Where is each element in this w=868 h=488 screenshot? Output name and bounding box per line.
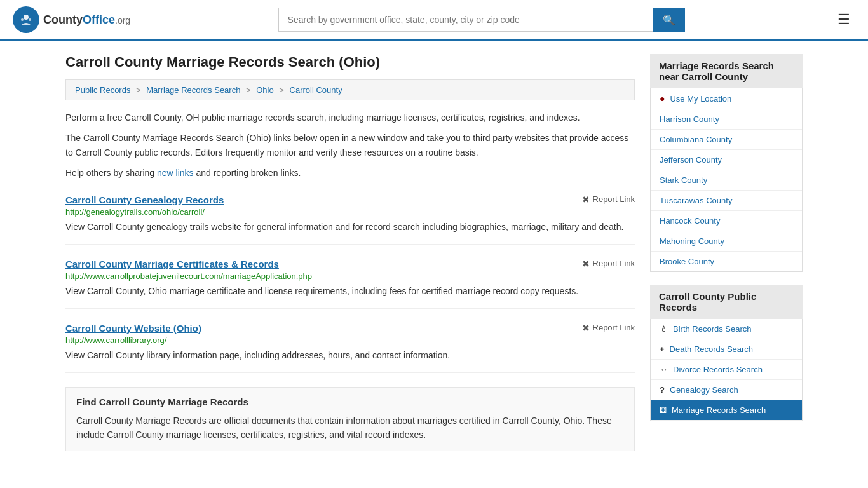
public-record-marriage[interactable]: ⚅ Marriage Records Search xyxy=(651,400,802,421)
scissors-icon-1: ✖ xyxy=(582,194,590,205)
record-title-1[interactable]: Carroll County Genealogy Records xyxy=(65,194,224,205)
site-header: CountyOffice.org 🔍 ☰ xyxy=(0,0,868,41)
search-button[interactable]: 🔍 xyxy=(653,8,685,32)
divorce-icon: ↔ xyxy=(660,365,668,374)
breadcrumb-sep-2: > xyxy=(246,85,251,95)
report-link-label-1: Report Link xyxy=(593,194,635,204)
report-link-3[interactable]: ✖ Report Link xyxy=(582,323,635,333)
location-icon: ● xyxy=(660,93,665,104)
record-title-3[interactable]: Carroll County Website (Ohio) xyxy=(65,323,201,334)
public-records-list: 🕯 Birth Records Search + Death Records S… xyxy=(650,319,803,421)
nearby-county-6-link[interactable]: Hancock County xyxy=(660,216,720,226)
record-desc-2: View Carroll County, Ohio marriage certi… xyxy=(65,285,635,298)
nearby-county-1-link[interactable]: Harrison County xyxy=(660,114,719,124)
breadcrumb-sep-3: > xyxy=(279,85,284,95)
nearby-county-8[interactable]: Brooke County xyxy=(651,252,802,271)
svg-point-3 xyxy=(29,18,31,21)
record-desc-1: View Carroll County genealogy trails web… xyxy=(65,220,635,234)
new-links-link[interactable]: new links xyxy=(157,168,194,178)
nearby-heading: Marriage Records Search near Carroll Cou… xyxy=(650,54,803,88)
scissors-icon-3: ✖ xyxy=(582,323,590,333)
death-icon: + xyxy=(660,344,665,354)
record-entry-2: Carroll County Marriage Certificates & R… xyxy=(65,259,635,309)
report-link-1[interactable]: ✖ Report Link xyxy=(582,194,635,205)
nearby-county-3-link[interactable]: Jefferson County xyxy=(660,155,722,165)
record-url-2[interactable]: http://www.carrollprobatejuvenilecourt.c… xyxy=(65,271,635,281)
genealogy-icon: ? xyxy=(660,385,665,395)
marriage-icon: ⚅ xyxy=(660,405,667,415)
record-entry-3: Carroll County Website (Ohio) ✖ Report L… xyxy=(65,323,635,373)
search-input[interactable] xyxy=(278,8,653,32)
record-entry-1: Carroll County Genealogy Records ✖ Repor… xyxy=(65,194,635,245)
find-section-text: Carroll County Marriage Records are offi… xyxy=(76,414,624,442)
nearby-county-2[interactable]: Columbiana County xyxy=(651,130,802,150)
public-record-divorce[interactable]: ↔ Divorce Records Search xyxy=(651,360,802,380)
main-container: Carroll County Marriage Records Search (… xyxy=(53,41,815,464)
record-header-2: Carroll County Marriage Certificates & R… xyxy=(65,259,635,269)
marriage-records-search-link[interactable]: Marriage Records Search xyxy=(672,405,766,415)
svg-point-2 xyxy=(21,18,24,21)
search-area: 🔍 xyxy=(278,8,685,32)
genealogy-search-link[interactable]: Genealogy Search xyxy=(670,385,738,395)
page-title: Carroll County Marriage Records Search (… xyxy=(65,54,635,71)
nearby-county-4[interactable]: Stark County xyxy=(651,170,802,191)
sidebar: Marriage Records Search near Carroll Cou… xyxy=(650,54,803,451)
nearby-county-1[interactable]: Harrison County xyxy=(651,109,802,130)
nearby-county-4-link[interactable]: Stark County xyxy=(660,175,707,185)
nearby-county-2-link[interactable]: Columbiana County xyxy=(660,135,732,144)
breadcrumb-ohio[interactable]: Ohio xyxy=(256,85,273,95)
record-desc-3: View Carroll County library information … xyxy=(65,349,635,362)
nearby-county-3[interactable]: Jefferson County xyxy=(651,150,802,170)
nearby-county-5-link[interactable]: Tuscarawas County xyxy=(660,196,732,205)
nearby-list: ● Use My Location Harrison County Columb… xyxy=(650,88,803,272)
breadcrumb: Public Records > Marriage Records Search… xyxy=(65,79,635,100)
public-record-death[interactable]: + Death Records Search xyxy=(651,339,802,360)
divorce-records-link[interactable]: Divorce Records Search xyxy=(673,365,763,374)
record-title-2[interactable]: Carroll County Marriage Certificates & R… xyxy=(65,259,279,269)
description-para3: Help others by sharing new links and rep… xyxy=(65,166,635,180)
death-records-link[interactable]: Death Records Search xyxy=(670,344,754,354)
find-section: Find Carroll County Marriage Records Car… xyxy=(65,387,635,452)
nearby-county-7-link[interactable]: Mahoning County xyxy=(660,236,724,246)
breadcrumb-marriage-records[interactable]: Marriage Records Search xyxy=(146,85,240,95)
use-location-item[interactable]: ● Use My Location xyxy=(651,88,802,109)
breadcrumb-sep-1: > xyxy=(136,85,141,95)
logo-text: CountyOffice.org xyxy=(43,13,130,27)
report-link-label-2: Report Link xyxy=(593,259,635,268)
public-record-genealogy[interactable]: ? Genealogy Search xyxy=(651,380,802,400)
report-link-label-3: Report Link xyxy=(593,323,635,332)
public-records-section: Carroll County Public Records 🕯 Birth Re… xyxy=(650,285,803,421)
use-location-link[interactable]: Use My Location xyxy=(670,94,731,104)
nearby-county-7[interactable]: Mahoning County xyxy=(651,231,802,252)
breadcrumb-carroll-county[interactable]: Carroll County xyxy=(290,85,342,95)
menu-button[interactable]: ☰ xyxy=(832,9,855,30)
public-record-birth[interactable]: 🕯 Birth Records Search xyxy=(651,319,802,339)
logo-icon xyxy=(13,6,39,33)
nearby-section: Marriage Records Search near Carroll Cou… xyxy=(650,54,803,272)
scissors-icon-2: ✖ xyxy=(582,259,590,269)
record-url-3[interactable]: http://www.carrolllibrary.org/ xyxy=(65,336,635,345)
description-para3-suffix: and reporting broken links. xyxy=(194,168,301,178)
report-link-2[interactable]: ✖ Report Link xyxy=(582,259,635,269)
find-section-heading: Find Carroll County Marriage Records xyxy=(76,396,624,407)
record-header-3: Carroll County Website (Ohio) ✖ Report L… xyxy=(65,323,635,334)
description-para1: Perform a free Carroll County, OH public… xyxy=(65,111,635,125)
birth-icon: 🕯 xyxy=(660,324,668,334)
logo: CountyOffice.org xyxy=(13,6,130,33)
record-header-1: Carroll County Genealogy Records ✖ Repor… xyxy=(65,194,635,205)
nearby-county-8-link[interactable]: Brooke County xyxy=(660,257,714,266)
record-url-1[interactable]: http://genealogytrails.com/ohio/carroll/ xyxy=(65,207,635,217)
birth-records-link[interactable]: Birth Records Search xyxy=(673,324,752,334)
svg-point-1 xyxy=(24,15,29,20)
content-area: Carroll County Marriage Records Search (… xyxy=(65,54,635,451)
nearby-county-6[interactable]: Hancock County xyxy=(651,211,802,231)
description-para3-prefix: Help others by sharing xyxy=(65,168,157,178)
description-para2: The Carroll County Marriage Records Sear… xyxy=(65,131,635,159)
breadcrumb-public-records[interactable]: Public Records xyxy=(75,85,130,95)
public-records-heading: Carroll County Public Records xyxy=(650,285,803,319)
nearby-county-5[interactable]: Tuscarawas County xyxy=(651,191,802,211)
